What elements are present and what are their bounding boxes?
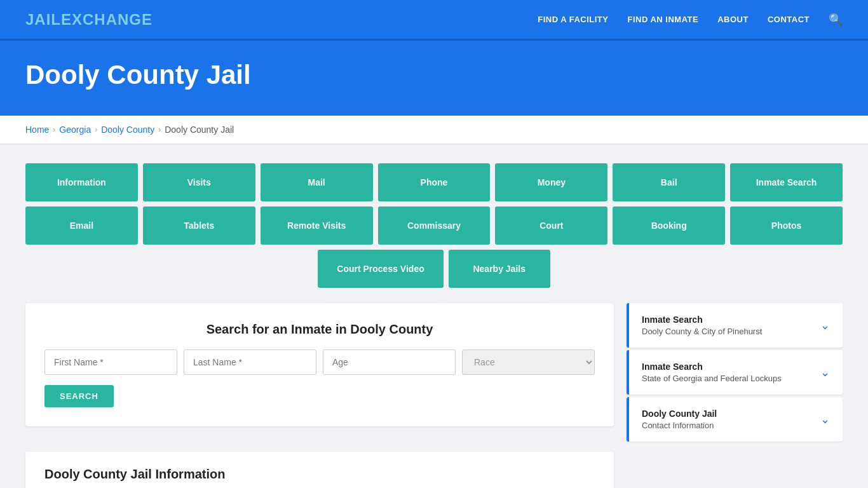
btn-inmate-search[interactable]: Inmate Search: [730, 163, 843, 201]
logo-exchange: EXCHANGE: [61, 11, 153, 28]
btn-phone[interactable]: Phone: [378, 163, 491, 201]
search-panel: Search for an Inmate in Dooly County Rac…: [25, 303, 614, 426]
chevron-down-icon-3: ⌄: [820, 412, 830, 426]
nav-contact[interactable]: CONTACT: [768, 15, 810, 24]
btn-bail[interactable]: Bail: [613, 163, 725, 201]
breadcrumb-dooly-county[interactable]: Dooly County: [101, 125, 154, 135]
logo[interactable]: JAILEXCHANGE: [25, 11, 153, 29]
breadcrumb-sep-1: ›: [53, 125, 55, 134]
age-input[interactable]: [323, 349, 456, 375]
page-title: Dooly County Jail: [25, 60, 843, 90]
search-title: Search for an Inmate in Dooly County: [44, 322, 595, 337]
btn-booking[interactable]: Booking: [613, 207, 725, 245]
sidebar-item-georgia-search-subtitle: State of Georgia and Federal Lockups: [642, 374, 820, 383]
btn-visits[interactable]: Visits: [143, 163, 255, 201]
sidebar-item-dooly-search[interactable]: Inmate Search Dooly County & City of Pin…: [627, 303, 843, 348]
breadcrumb-georgia[interactable]: Georgia: [59, 125, 91, 135]
race-select[interactable]: Race White Black Hispanic Asian Other: [462, 349, 595, 375]
buttons-row3: Court Process Video Nearby Jails: [25, 250, 843, 288]
content-area: Search for an Inmate in Dooly County Rac…: [25, 303, 843, 488]
sidebar-item-dooly-search-title: Inmate Search: [642, 315, 820, 325]
sidebar-item-contact[interactable]: Dooly County Jail Contact Information ⌄: [627, 397, 843, 442]
btn-court-process-video[interactable]: Court Process Video: [318, 250, 443, 288]
nav-find-facility[interactable]: FIND A FACILITY: [538, 15, 608, 24]
btn-remote-visits[interactable]: Remote Visits: [261, 207, 373, 245]
btn-mail[interactable]: Mail: [261, 163, 373, 201]
sidebar-item-contact-subtitle: Contact Information: [642, 421, 820, 430]
hero-section: Dooly County Jail: [0, 41, 868, 116]
btn-photos[interactable]: Photos: [730, 207, 843, 245]
main-content: Information Visits Mail Phone Money Bail…: [0, 144, 868, 488]
btn-information[interactable]: Information: [25, 163, 138, 201]
sidebar-item-dooly-search-subtitle: Dooly County & City of Pinehurst: [642, 327, 820, 336]
sidebar-item-georgia-search[interactable]: Inmate Search State of Georgia and Feder…: [627, 350, 843, 395]
info-box: Dooly County Jail Information: [25, 452, 614, 488]
nav: FIND A FACILITY FIND AN INMATE ABOUT CON…: [538, 13, 843, 27]
sidebar: Inmate Search Dooly County & City of Pin…: [627, 303, 843, 488]
buttons-row1: Information Visits Mail Phone Money Bail…: [25, 163, 843, 201]
breadcrumb-bar: Home › Georgia › Dooly County › Dooly Co…: [0, 116, 868, 144]
nav-find-inmate[interactable]: FIND AN INMATE: [627, 15, 698, 24]
breadcrumb-current: Dooly County Jail: [165, 125, 234, 135]
nav-about[interactable]: ABOUT: [717, 15, 749, 24]
buttons-row2: Email Tablets Remote Visits Commissary C…: [25, 207, 843, 245]
search-form: Race White Black Hispanic Asian Other: [44, 349, 595, 375]
first-name-input[interactable]: [44, 349, 177, 375]
logo-jail: JAIL: [25, 11, 61, 28]
btn-nearby-jails[interactable]: Nearby Jails: [449, 250, 550, 288]
breadcrumb-sep-3: ›: [158, 125, 161, 134]
breadcrumb-home[interactable]: Home: [25, 125, 49, 135]
btn-email[interactable]: Email: [25, 207, 138, 245]
chevron-down-icon-2: ⌄: [820, 365, 830, 379]
btn-commissary[interactable]: Commissary: [378, 207, 491, 245]
btn-court[interactable]: Court: [495, 207, 607, 245]
breadcrumb: Home › Georgia › Dooly County › Dooly Co…: [25, 125, 843, 135]
btn-tablets[interactable]: Tablets: [143, 207, 255, 245]
sidebar-item-contact-title: Dooly County Jail: [642, 409, 820, 419]
info-title: Dooly County Jail Information: [44, 467, 595, 482]
btn-money[interactable]: Money: [495, 163, 607, 201]
breadcrumb-sep-2: ›: [95, 125, 97, 134]
header: JAILEXCHANGE FIND A FACILITY FIND AN INM…: [0, 0, 868, 41]
search-icon[interactable]: 🔍: [829, 13, 843, 27]
chevron-down-icon-1: ⌄: [820, 318, 830, 332]
search-button[interactable]: SEARCH: [44, 385, 114, 407]
last-name-input[interactable]: [184, 349, 316, 375]
sidebar-item-georgia-search-title: Inmate Search: [642, 362, 820, 372]
